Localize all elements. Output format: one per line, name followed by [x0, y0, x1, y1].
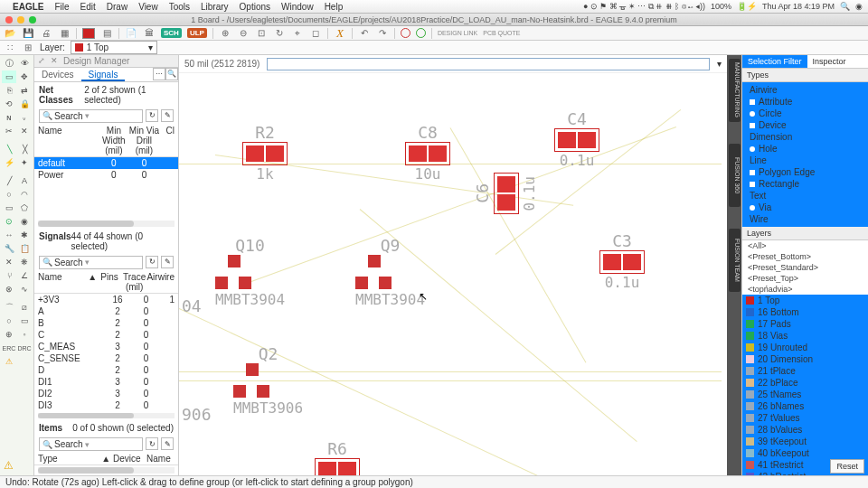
component-c3[interactable]: C3 0.1u	[599, 231, 645, 291]
command-input[interactable]	[267, 58, 710, 70]
component-q2[interactable]: Q2 MMBT3906	[233, 344, 303, 417]
units-icon[interactable]: ⊞	[22, 42, 34, 54]
zoom-in-icon[interactable]: ⊕	[219, 27, 231, 40]
optimize-tool-icon[interactable]: ⊗	[2, 283, 16, 296]
board-canvas[interactable]: R2 1k C8 10u C4 0.1u C6 0.1u C3 0.1u Q10	[179, 73, 727, 475]
circle2-tool-icon[interactable]: ○	[2, 314, 16, 327]
ratsnest2-tool-icon[interactable]: ❋	[17, 256, 32, 268]
items-refresh-icon[interactable]: ↻	[146, 437, 158, 450]
layer-row[interactable]: 28 bValues	[742, 424, 868, 436]
rect-tool-icon[interactable]: ▭	[2, 202, 16, 214]
layer-row[interactable]: 27 tValues	[742, 412, 868, 424]
layers-tool-icon[interactable]: ▤	[100, 27, 113, 40]
net-refresh-icon[interactable]: ↻	[146, 109, 158, 122]
miter-tool-icon[interactable]: ∠	[17, 269, 32, 282]
items-filter-icon[interactable]: ✎	[161, 437, 174, 450]
menu-tools[interactable]: Tools	[169, 2, 190, 12]
net-search-input[interactable]: 🔍 Search ▾	[39, 109, 143, 123]
zoom-fit-icon[interactable]: ⊡	[255, 27, 268, 40]
stop-icon[interactable]	[401, 28, 410, 38]
tab-fusion-team[interactable]: FUSION TEAM	[729, 229, 741, 292]
info-tool-icon[interactable]: ⓘ	[2, 57, 16, 70]
preset-all[interactable]: <All>	[742, 240, 868, 251]
erc-tool-icon[interactable]: ERC	[2, 342, 16, 354]
panel-search-icon[interactable]: 🔍	[165, 68, 178, 80]
drc-tool-icon[interactable]: DRC	[17, 342, 32, 354]
move-tool-icon[interactable]: ✥	[17, 70, 32, 83]
fanout-tool-icon[interactable]: ✦	[17, 156, 32, 169]
slice-tool-icon[interactable]: ⧄	[17, 301, 32, 314]
tab-manufacturing[interactable]: MANUFACTURING	[729, 59, 741, 122]
zoom-window-icon[interactable]: ◻	[309, 27, 322, 40]
mark-tool-icon[interactable]: ⊕	[2, 328, 16, 341]
go-icon[interactable]	[416, 28, 426, 38]
component-q9[interactable]: Q9 MMBT3904	[355, 236, 425, 308]
layer-selector[interactable]: 1 Top ▾	[71, 41, 157, 54]
menu-library[interactable]: Library	[201, 2, 229, 12]
cross-probe-icon[interactable]: X	[334, 27, 346, 40]
open-icon[interactable]: 📂	[4, 27, 16, 40]
net-scroll-x[interactable]	[38, 221, 175, 227]
panel-undock-icon[interactable]: ⤢	[38, 56, 45, 65]
menu-options[interactable]: Options	[240, 2, 270, 12]
autoroute-tool-icon[interactable]: ⚡	[2, 156, 16, 169]
ripup-tool-icon[interactable]: ╳	[17, 143, 32, 155]
search-icon[interactable]: 🔍	[840, 2, 850, 11]
app-menu[interactable]: EAGLE	[13, 2, 43, 12]
tab-fusion360[interactable]: FUSION 360	[729, 144, 741, 207]
layer-row[interactable]: 20 Dimension	[742, 353, 868, 365]
pin-tool-icon[interactable]: ◦	[17, 328, 32, 341]
zoom-select-icon[interactable]: ⌖	[291, 27, 304, 40]
ratsnest-tool-icon[interactable]: ✕	[2, 256, 16, 268]
tab-inspector[interactable]: Inspector	[807, 55, 852, 68]
tab-selection-filter[interactable]: Selection Filter	[742, 55, 807, 68]
line-tool-icon[interactable]: ╱	[2, 174, 16, 187]
smash-tool-icon[interactable]: ✂	[2, 125, 16, 137]
undo-icon[interactable]: ↶	[358, 27, 371, 40]
menu-edit[interactable]: Edit	[80, 2, 96, 12]
signals-table[interactable]: Name▲PinsTrace (mil)Airwire +3V31601 A20…	[34, 271, 178, 411]
siri-icon[interactable]: ◉	[855, 2, 863, 11]
file-icon[interactable]: 📄	[125, 27, 137, 40]
design-link-button[interactable]: DESIGN LINK	[438, 30, 477, 36]
change-tool-icon[interactable]: 🔧	[2, 242, 16, 255]
signals-search-input[interactable]: 🔍 Search ▾	[39, 256, 143, 269]
layer-row[interactable]: 21 tPlace	[742, 365, 868, 377]
net-classes-table[interactable]: NameMin Width (mil)Min Via Drill (mil)Cl…	[34, 125, 178, 181]
copy-tool-icon[interactable]: ⎘	[2, 84, 16, 97]
types-list[interactable]: Airwire Attribute Circle Device Dimensio…	[742, 82, 868, 227]
route-tool-icon[interactable]: ╲	[2, 143, 16, 155]
rotate-tool-icon[interactable]: ⟲	[2, 98, 16, 110]
text-tool-icon[interactable]: A	[17, 174, 32, 187]
preset-bottom[interactable]: <Preset_Bottom>	[742, 251, 868, 262]
grid-icon[interactable]: ∷	[4, 42, 16, 54]
sch-badge[interactable]: SCH	[161, 28, 182, 38]
preset-standard[interactable]: <Preset_Standard>	[742, 262, 868, 273]
layer-row[interactable]: 17 Pads	[742, 318, 868, 330]
panel-menu-icon[interactable]: ⋯	[153, 68, 165, 80]
rect2-tool-icon[interactable]: ▭	[17, 314, 32, 327]
layer-row[interactable]: 18 Vias	[742, 330, 868, 342]
preset-custom[interactable]: <topńadvia>	[742, 284, 868, 295]
meander-tool-icon[interactable]: ∿	[17, 283, 32, 296]
menu-view[interactable]: View	[138, 2, 158, 12]
signals-scroll-x[interactable]	[38, 413, 175, 419]
warning-icon[interactable]: ⚠	[4, 459, 14, 472]
save-icon[interactable]: 💾	[22, 27, 34, 40]
library-icon[interactable]: 🏛	[143, 27, 156, 40]
items-table[interactable]: Type▲DeviceName	[34, 453, 178, 465]
show-tool-icon[interactable]: 👁	[17, 57, 32, 70]
circle-tool-icon[interactable]: ○	[2, 188, 16, 201]
errors-tool-icon[interactable]: ⚠	[2, 355, 16, 368]
redo-icon[interactable]: ↷	[376, 27, 389, 40]
attribute-tool-icon[interactable]: ✱	[17, 229, 32, 241]
layer-row[interactable]: 25 tNames	[742, 389, 868, 400]
print-icon[interactable]: 🖨	[40, 27, 52, 40]
panel-close-icon[interactable]: ✕	[51, 56, 58, 65]
component-c4[interactable]: C4 0.1u	[554, 109, 599, 169]
items-scroll-x[interactable]	[38, 467, 175, 474]
component-c8[interactable]: C8 10u	[405, 123, 450, 183]
component-c6[interactable]: C6 0.1u	[473, 173, 538, 214]
delete-tool-icon[interactable]: ✕	[17, 125, 32, 137]
arc-tool-icon[interactable]: ◠	[17, 188, 32, 201]
